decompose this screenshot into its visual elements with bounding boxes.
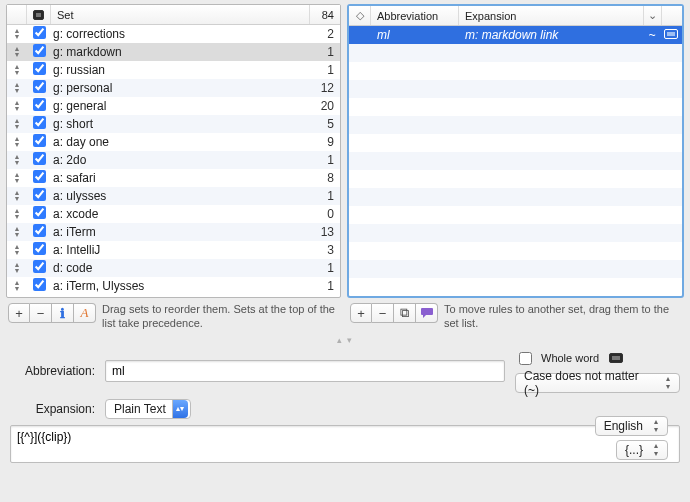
flag-column-header[interactable]: ◇ xyxy=(349,6,371,25)
format-select[interactable]: Plain Text ▴▾ xyxy=(105,399,191,419)
drag-handle-icon[interactable]: ▲▼ xyxy=(7,244,27,256)
set-row[interactable]: ▲▼g: corrections2 xyxy=(7,25,340,43)
rules-help-text: To move rules to another set, drag them … xyxy=(444,303,682,331)
insert-token-label: {...} xyxy=(625,443,649,457)
rule-notes-button[interactable] xyxy=(416,303,438,323)
drag-handle-icon[interactable]: ▲▼ xyxy=(7,100,27,112)
rule-row[interactable]: mlm: markdown link~ xyxy=(349,26,682,44)
set-row[interactable]: ▲▼g: russian1 xyxy=(7,61,340,79)
set-name: a: iTerm, Ulysses xyxy=(51,279,304,293)
set-enabled-checkbox[interactable] xyxy=(27,98,51,114)
set-name: a: xcode xyxy=(51,207,304,221)
set-enabled-checkbox[interactable] xyxy=(27,206,51,222)
rules-rows: mlm: markdown link~ xyxy=(349,26,682,296)
set-count: 1 xyxy=(304,279,334,293)
insert-token-select[interactable]: {...} ▴▾ xyxy=(616,440,668,460)
set-name: g: markdown xyxy=(51,45,304,59)
set-name: d: code xyxy=(51,261,304,275)
abbr-input[interactable] xyxy=(105,360,505,382)
set-enabled-checkbox[interactable] xyxy=(27,152,51,168)
language-select-label: English xyxy=(604,419,649,433)
set-enabled-checkbox[interactable] xyxy=(27,188,51,204)
set-row[interactable]: ▲▼a: IntelliJ3 xyxy=(7,241,340,259)
set-enabled-checkbox[interactable] xyxy=(27,134,51,150)
drag-handle-icon[interactable]: ▲▼ xyxy=(7,280,27,292)
set-name: a: safari xyxy=(51,171,304,185)
rules-panel: ◇ Abbreviation Expansion ⌄ mlm: markdown… xyxy=(347,4,684,298)
drag-handle-icon[interactable]: ▲▼ xyxy=(7,28,27,40)
set-row[interactable]: ▲▼a: ulysses1 xyxy=(7,187,340,205)
set-row[interactable]: ▲▼g: general20 xyxy=(7,97,340,115)
sets-header: Set 84 xyxy=(7,5,340,25)
drag-handle-icon[interactable]: ▲▼ xyxy=(7,190,27,202)
set-count: 1 xyxy=(304,189,334,203)
set-enabled-checkbox[interactable] xyxy=(27,62,51,78)
set-count: 5 xyxy=(304,117,334,131)
sets-panel: Set 84 ▲▼g: corrections2▲▼g: markdown1▲▼… xyxy=(6,4,341,298)
rule-row-empty xyxy=(349,224,682,242)
exp-column-header[interactable]: Expansion xyxy=(459,6,644,25)
set-row[interactable]: ▲▼g: markdown1 xyxy=(7,43,340,61)
set-row[interactable]: ▲▼a: safari8 xyxy=(7,169,340,187)
set-enabled-checkbox[interactable] xyxy=(27,260,51,276)
set-row[interactable]: ▲▼g: personal12 xyxy=(7,79,340,97)
drag-handle-icon[interactable]: ▲▼ xyxy=(7,118,27,130)
add-set-button[interactable]: + xyxy=(8,303,30,323)
set-enabled-checkbox[interactable] xyxy=(27,242,51,258)
rule-row-empty xyxy=(349,242,682,260)
whole-word-checkbox[interactable] xyxy=(519,352,532,365)
drag-handle-icon[interactable]: ▲▼ xyxy=(7,262,27,274)
set-name: a: 2do xyxy=(51,153,304,167)
remove-rule-button[interactable]: − xyxy=(372,303,394,323)
abbr-column-header[interactable]: Abbreviation xyxy=(371,6,459,25)
drag-handle-icon[interactable]: ▲▼ xyxy=(7,136,27,148)
drag-handle-icon[interactable]: ▲▼ xyxy=(7,46,27,58)
rule-row-empty xyxy=(349,98,682,116)
sets-help-text: Drag sets to reorder them. Sets at the t… xyxy=(102,303,340,331)
sort-column-header[interactable] xyxy=(7,5,27,24)
set-enabled-checkbox[interactable] xyxy=(27,80,51,96)
splitter-grip[interactable]: ▴ ▾ xyxy=(0,335,690,345)
drag-handle-icon[interactable]: ▲▼ xyxy=(7,172,27,184)
set-row[interactable]: ▲▼g: short5 xyxy=(7,115,340,133)
set-count: 12 xyxy=(304,81,334,95)
set-enabled-checkbox[interactable] xyxy=(27,224,51,240)
set-enabled-checkbox[interactable] xyxy=(27,44,51,60)
set-info-button[interactable]: ℹ xyxy=(52,303,74,323)
copy-rule-button[interactable]: ⧉ xyxy=(394,303,416,323)
expansion-label: Expansion: xyxy=(10,402,95,416)
enabled-column-header[interactable] xyxy=(27,5,51,24)
add-rule-button[interactable]: + xyxy=(350,303,372,323)
set-enabled-checkbox[interactable] xyxy=(27,116,51,132)
set-count: 1 xyxy=(304,45,334,59)
rule-row-empty xyxy=(349,116,682,134)
rule-row-empty xyxy=(349,260,682,278)
remove-set-button[interactable]: − xyxy=(30,303,52,323)
set-count: 1 xyxy=(304,153,334,167)
case-select[interactable]: Case does not matter (~) ▴▾ xyxy=(515,373,680,393)
drag-handle-icon[interactable]: ▲▼ xyxy=(7,208,27,220)
set-count: 9 xyxy=(304,135,334,149)
set-enabled-checkbox[interactable] xyxy=(27,170,51,186)
set-font-button[interactable]: A xyxy=(74,303,96,323)
drag-handle-icon[interactable]: ▲▼ xyxy=(7,226,27,238)
drag-handle-icon[interactable]: ▲▼ xyxy=(7,64,27,76)
set-name: g: corrections xyxy=(51,27,304,41)
set-row[interactable]: ▲▼a: xcode0 xyxy=(7,205,340,223)
drag-handle-icon[interactable]: ▲▼ xyxy=(7,154,27,166)
set-column-header[interactable]: Set xyxy=(51,5,310,24)
set-row[interactable]: ▲▼d: code1 xyxy=(7,259,340,277)
set-enabled-checkbox[interactable] xyxy=(27,26,51,42)
drag-handle-icon[interactable]: ▲▼ xyxy=(7,82,27,94)
kb-column-header[interactable] xyxy=(662,6,682,25)
set-row[interactable]: ▲▼a: iTerm, Ulysses1 xyxy=(7,277,340,295)
set-enabled-checkbox[interactable] xyxy=(27,278,51,294)
set-row[interactable]: ▲▼a: 2do1 xyxy=(7,151,340,169)
exp-sort-indicator[interactable]: ⌄ xyxy=(644,6,662,25)
expansion-textarea[interactable] xyxy=(10,425,680,463)
case-select-label: Case does not matter (~) xyxy=(524,369,661,397)
language-select[interactable]: English ▴▾ xyxy=(595,416,668,436)
set-row[interactable]: ▲▼a: day one9 xyxy=(7,133,340,151)
set-row[interactable]: ▲▼a: iTerm13 xyxy=(7,223,340,241)
count-column-header[interactable]: 84 xyxy=(310,5,340,24)
